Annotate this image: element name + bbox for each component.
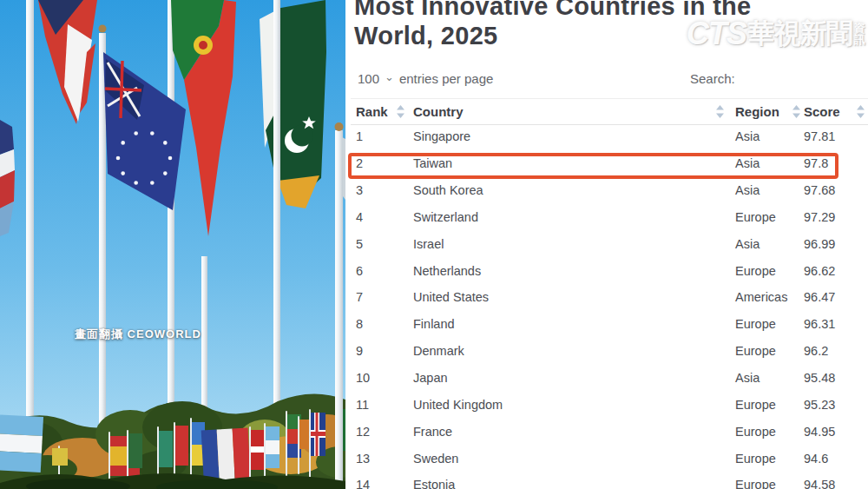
flag-argentina-2 <box>266 426 279 468</box>
table-cell-rank: 8 <box>351 317 408 331</box>
sort-icon <box>716 105 724 118</box>
flags-photo: 畫面翻攝 CEOWORLD <box>0 0 345 489</box>
table-header: Rank Country Region Score <box>351 98 868 125</box>
table-cell-score: 96.99 <box>804 237 868 251</box>
entries-value: 100 <box>358 71 379 86</box>
flag-iceland <box>311 413 326 456</box>
table-cell-country: Denmark <box>408 344 727 358</box>
table-cell-rank: 5 <box>351 237 408 251</box>
flag-france <box>201 428 251 481</box>
sort-icon <box>792 105 800 118</box>
table-cell-country: France <box>408 425 727 439</box>
table-cell-region: Europe <box>727 478 804 489</box>
table-cell-score: 95.23 <box>804 398 868 412</box>
table-cell-rank: 9 <box>351 344 408 358</box>
table-cell-region: Americas <box>727 290 804 304</box>
table-row: 1SingaporeAsia97.81 <box>351 123 868 150</box>
table-cell-country: Finland <box>408 317 727 331</box>
sort-icon <box>397 105 404 118</box>
flag-turkey <box>175 426 188 466</box>
flag-small-teal <box>159 431 173 467</box>
table-cell-region: Asia <box>727 129 804 143</box>
webpage-panel: Most Innovative Countries in the World, … <box>345 0 868 489</box>
table-cell-region: Europe <box>727 344 804 358</box>
table-row: 8FinlandEurope96.31 <box>351 311 868 338</box>
table-cell-score: 94.58 <box>804 478 868 489</box>
table-row: 14EstoniaEurope94.58 <box>351 472 868 489</box>
table-row: 7United StatesAmericas96.47 <box>351 284 868 311</box>
table-cell-country: Netherlands <box>408 264 727 278</box>
news-frame: 畫面翻攝 CEOWORLD Most Innovative Countries … <box>0 0 868 489</box>
table-cell-region: Europe <box>727 425 804 439</box>
table-cell-rank: 4 <box>351 210 408 224</box>
table-cell-score: 96.2 <box>804 344 868 358</box>
table-row: 11United KingdomEurope95.23 <box>351 391 868 418</box>
table-cell-country: Estonia <box>408 478 727 489</box>
photo-watermark: 畫面翻攝 CEOWORLD <box>75 327 201 342</box>
table-row: 4SwitzerlandEurope97.29 <box>351 204 868 231</box>
flags-photo-art <box>0 0 345 489</box>
cts-news-logo: CTS 華視新聞 資 訊 <box>687 16 865 52</box>
table-cell-score: 94.95 <box>804 425 868 439</box>
table-cell-rank: 7 <box>351 290 408 304</box>
pole-finial <box>335 122 344 131</box>
table-cell-country: Singapore <box>408 129 727 143</box>
table-cell-score: 97.29 <box>804 210 868 224</box>
flag-small-yellow <box>52 448 68 466</box>
table-cell-region: Europe <box>727 317 804 331</box>
table-cell-rank: 6 <box>351 264 408 278</box>
table-cell-score: 95.48 <box>804 371 868 385</box>
entries-per-page-select[interactable]: 100 ⌄ entries per page <box>358 71 493 86</box>
table-cell-score: 97.8 <box>804 156 868 170</box>
table-row: 3South KoreaAsia97.68 <box>351 177 868 204</box>
table-cell-rank: 12 <box>351 425 408 439</box>
table-cell-country: Israel <box>408 237 727 251</box>
column-header-country[interactable]: Country <box>408 99 727 124</box>
column-header-rank[interactable]: Rank <box>351 99 408 124</box>
table-cell-rank: 13 <box>351 452 408 466</box>
table-cell-rank: 14 <box>351 478 408 489</box>
table-cell-country: United Kingdom <box>408 398 727 412</box>
table-cell-region: Asia <box>727 371 804 385</box>
table-cell-region: Europe <box>727 452 804 466</box>
entries-label: entries per page <box>399 71 493 86</box>
table-cell-rank: 11 <box>351 398 408 412</box>
table-row: 6NetherlandsEurope96.62 <box>351 257 868 284</box>
table-cell-score: 96.31 <box>804 317 868 331</box>
table-row: 2TaiwanAsia97.8 <box>351 150 868 177</box>
flag-small-green <box>128 433 142 468</box>
table-cell-score: 94.6 <box>804 452 868 466</box>
cts-logo-cjk: 華視新聞 <box>748 16 852 52</box>
table-cell-country: United States <box>408 290 727 304</box>
table-cell-score: 97.81 <box>804 129 868 143</box>
table-body: 1SingaporeAsia97.812TaiwanAsia97.83South… <box>351 123 868 489</box>
table-cell-region: Europe <box>727 398 804 412</box>
chevron-down-icon: ⌄ <box>385 70 394 83</box>
table-cell-rank: 2 <box>351 156 408 170</box>
column-header-region[interactable]: Region <box>727 99 804 124</box>
flagpole <box>335 130 343 489</box>
table-cell-country: Sweden <box>408 452 727 466</box>
table-cell-country: Japan <box>408 371 727 385</box>
table-cell-country: Taiwan <box>408 156 727 170</box>
table-cell-rank: 1 <box>351 129 408 143</box>
search-label: Search: <box>690 71 735 86</box>
flag-denmark <box>251 430 264 470</box>
table-cell-region: Europe <box>727 264 804 278</box>
column-header-score[interactable]: Score <box>804 99 868 124</box>
table-row: 9DenmarkEurope96.2 <box>351 338 868 365</box>
table-cell-region: Europe <box>727 210 804 224</box>
table-cell-region: Asia <box>727 156 804 170</box>
table-row: 12FranceEurope94.95 <box>351 418 868 445</box>
table-row: 13SwedenEurope94.6 <box>351 445 868 472</box>
pole-finial <box>99 25 107 33</box>
flagpole <box>26 0 34 489</box>
table-cell-country: Switzerland <box>408 210 727 224</box>
table-cell-region: Asia <box>727 183 804 197</box>
sort-icon <box>857 105 865 118</box>
table-row: 5IsraelAsia96.99 <box>351 230 868 257</box>
table-row: 10JapanAsia95.48 <box>351 365 868 392</box>
flag-argentina <box>0 414 43 472</box>
table-cell-score: 96.47 <box>804 290 868 304</box>
table-cell-score: 96.62 <box>804 264 868 278</box>
